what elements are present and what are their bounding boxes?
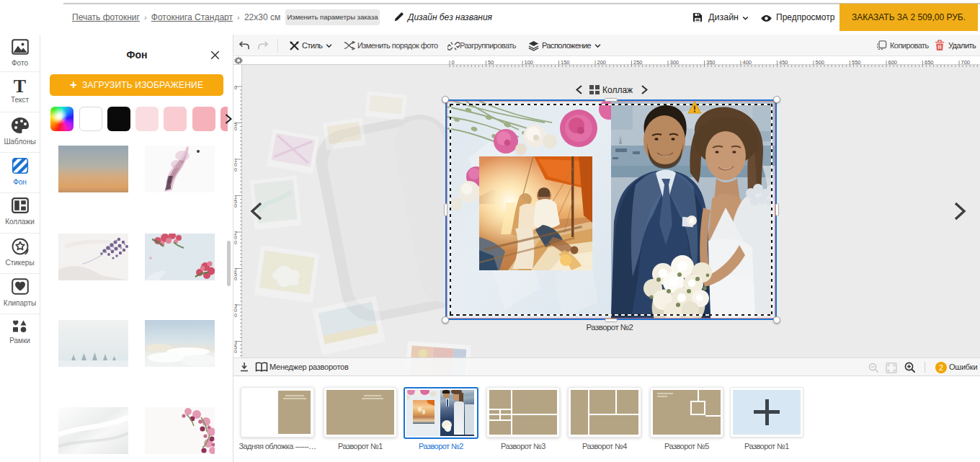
svg-text:550: 550: [852, 59, 861, 66]
svg-text:0: 0: [234, 313, 237, 318]
svg-text:0: 0: [234, 126, 237, 131]
svg-text:50: 50: [488, 59, 494, 66]
svg-text:0: 0: [234, 203, 237, 208]
svg-text:0: 0: [234, 349, 237, 354]
svg-text:150: 150: [561, 59, 570, 66]
svg-text:0: 0: [452, 59, 455, 66]
svg-text:0: 0: [234, 167, 237, 172]
svg-text:0: 0: [234, 240, 237, 245]
svg-text:100: 100: [525, 59, 534, 66]
svg-text:450: 450: [779, 59, 788, 66]
svg-text:200: 200: [597, 59, 607, 66]
svg-text:650: 650: [925, 59, 934, 66]
svg-text:300: 300: [670, 59, 680, 66]
svg-text:400: 400: [743, 59, 752, 66]
svg-text:350: 350: [706, 59, 716, 66]
svg-text:0: 0: [234, 276, 237, 281]
svg-text:700: 700: [961, 59, 971, 66]
svg-text:600: 600: [888, 59, 898, 66]
svg-text:250: 250: [633, 59, 643, 66]
svg-text:500: 500: [816, 59, 825, 66]
svg-text:0: 0: [234, 85, 237, 90]
